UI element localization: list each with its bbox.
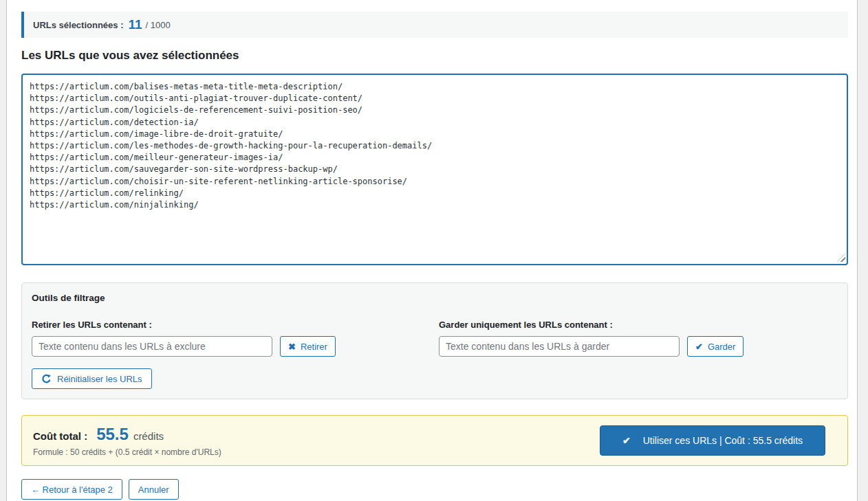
filter-tools-title: Outils de filtrage: [32, 293, 838, 303]
cost-unit: crédits: [133, 430, 164, 442]
cost-label: Coût total :: [33, 430, 87, 442]
keep-filter-group: Garder uniquement les URLs contenant : ✔…: [439, 320, 838, 357]
remove-filter-group: Retirer les URLs contenant : ✖ Retirer: [32, 320, 439, 357]
remove-filter-input[interactable]: [32, 336, 272, 357]
selected-urls-count: 11: [129, 17, 142, 32]
cost-info: Coût total : 55.5 crédits Formule : 50 c…: [33, 425, 221, 457]
total-cost-panel: Coût total : 55.5 crédits Formule : 50 c…: [21, 415, 848, 466]
reset-urls-button-label: Réinitialiser les URLs: [57, 374, 142, 384]
urls-textarea-wrapper: https://articlum.com/balises-metas-meta-…: [21, 74, 848, 265]
selected-urls-label: URLs sélectionnées :: [33, 20, 124, 30]
left-scrollbar-gutter: [0, 0, 7, 501]
keep-filter-label: Garder uniquement les URLs contenant :: [439, 320, 838, 330]
cancel-button[interactable]: Annuler: [129, 479, 179, 500]
url-selection-panel: URLs sélectionnées : 11 / 1000 Les URLs …: [8, 0, 856, 501]
back-to-step-2-button[interactable]: ← Retour à l'étape 2: [21, 479, 122, 500]
refresh-icon: [41, 374, 52, 384]
remove-filter-label: Retirer les URLs contenant :: [32, 320, 439, 330]
right-scrollbar-track[interactable]: [857, 0, 868, 501]
remove-button-label: Retirer: [301, 342, 327, 352]
selected-urls-textarea[interactable]: https://articlum.com/balises-metas-meta-…: [21, 74, 848, 265]
reset-urls-button[interactable]: Réinitialiser les URLs: [32, 368, 152, 389]
use-urls-button-label: Utiliser ces URLs | Coût : 55.5 crédits: [643, 435, 803, 446]
page-title: Les URLs que vous avez sélectionnées: [21, 49, 848, 63]
remove-button[interactable]: ✖ Retirer: [280, 336, 336, 357]
filter-tools-panel: Outils de filtrage Retirer les URLs cont…: [21, 282, 848, 399]
x-icon: ✖: [288, 342, 296, 351]
use-urls-button[interactable]: ✔ Utiliser ces URLs | Coût : 55.5 crédit…: [600, 425, 825, 456]
selected-urls-summary-bar: URLs sélectionnées : 11 / 1000: [21, 12, 848, 38]
keep-button[interactable]: ✔ Garder: [687, 336, 744, 357]
cost-value: 55.5: [96, 425, 129, 444]
cost-formula: Formule : 50 crédits + (0.5 crédit × nom…: [33, 447, 221, 457]
keep-filter-input[interactable]: [439, 336, 680, 357]
check-icon: ✔: [622, 436, 631, 445]
selected-urls-max: / 1000: [146, 20, 171, 30]
check-icon: ✔: [695, 342, 703, 351]
footer-actions: ← Retour à l'étape 2 Annuler: [21, 479, 848, 500]
keep-button-label: Garder: [708, 342, 735, 352]
